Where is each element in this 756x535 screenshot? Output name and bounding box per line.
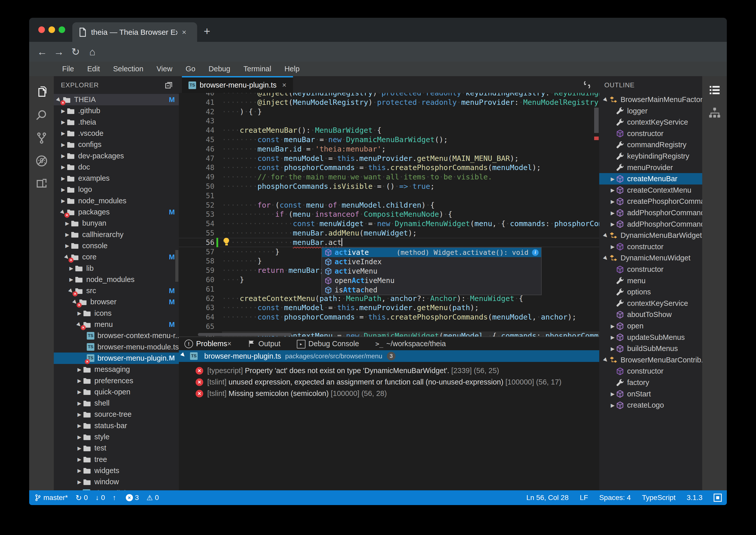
tree-item[interactable]: ▶callhierarchy bbox=[54, 229, 179, 240]
tree-item[interactable]: ▶style bbox=[54, 431, 179, 443]
outline-item[interactable]: ▶createPhosphorComma... bbox=[599, 196, 702, 207]
outline-item[interactable]: ▶updateSubMenus bbox=[599, 332, 702, 343]
chevron-collapsed-icon[interactable]: ▶ bbox=[60, 175, 67, 182]
code-editor[interactable]: activate(method) Widget.activate(): void… bbox=[179, 93, 599, 337]
tree-item[interactable]: ▶✕srcM bbox=[54, 285, 179, 296]
problem-row[interactable]: ✕[tslint] unused expression, expected an… bbox=[196, 377, 599, 388]
outline-item[interactable]: contextKeyService bbox=[599, 117, 702, 128]
statusbar-error[interactable]: ✕3 bbox=[126, 493, 139, 502]
chevron-collapsed-icon[interactable]: ▶ bbox=[76, 389, 83, 395]
chevron-collapsed-icon[interactable]: ▶ bbox=[68, 265, 75, 271]
chevron-collapsed-icon[interactable]: ▶ bbox=[76, 310, 83, 316]
autocomplete-item[interactable]: activeIndex bbox=[322, 257, 541, 267]
chevron-collapsed-icon[interactable]: ▶ bbox=[609, 323, 616, 329]
tree-item[interactable]: ▶preferences bbox=[54, 375, 179, 386]
problems-file-row[interactable]: ▶ TS browser-menu-plugin.ts packages/cor… bbox=[179, 350, 599, 362]
tree-item[interactable]: ▶✕packagesM bbox=[54, 206, 179, 218]
chevron-collapsed-icon[interactable]: ▶ bbox=[76, 434, 83, 440]
reload-icon[interactable]: ↻ bbox=[67, 46, 84, 58]
autocomplete-item[interactable]: activeMenu bbox=[322, 267, 541, 276]
tree-item[interactable]: ▶✕menuM bbox=[54, 319, 179, 330]
autocomplete-item[interactable]: isAttached bbox=[322, 285, 541, 295]
zoom-window-button[interactable] bbox=[59, 26, 65, 33]
eol-indicator[interactable]: LF bbox=[580, 493, 588, 502]
tree-item[interactable]: ▶quick-open bbox=[54, 386, 179, 398]
chevron-collapsed-icon[interactable]: ▶ bbox=[609, 334, 616, 340]
panel-tab-debug-console[interactable]: ▸Debug Console bbox=[297, 339, 359, 349]
outline-item[interactable]: ▶createLogo bbox=[599, 400, 702, 411]
outline-item[interactable]: ▶DynamicMenuBarWidget bbox=[599, 230, 702, 241]
language-indicator[interactable]: TypeScript bbox=[642, 493, 675, 502]
tree-item[interactable]: ▶widgets bbox=[54, 465, 179, 476]
chevron-collapsed-icon[interactable]: ▶ bbox=[609, 244, 616, 250]
chevron-collapsed-icon[interactable]: ▶ bbox=[76, 467, 83, 474]
indentation-indicator[interactable]: Spaces: 4 bbox=[599, 493, 631, 502]
toggle-split-icon[interactable] bbox=[582, 80, 592, 90]
chevron-expanded-icon[interactable]: ▶ bbox=[180, 351, 190, 361]
tree-item[interactable]: ▶shell bbox=[54, 397, 179, 409]
chevron-collapsed-icon[interactable]: ▶ bbox=[60, 119, 67, 125]
close-panel-icon[interactable]: × bbox=[227, 340, 231, 348]
tree-item[interactable]: ▶dev-packages bbox=[54, 150, 179, 162]
outline-item[interactable]: ▶BrowserMainMenuFactory bbox=[599, 94, 702, 105]
outline-item[interactable]: ▶createMenuBar bbox=[599, 173, 702, 184]
outline-item[interactable]: aboutToShow bbox=[599, 309, 702, 320]
chevron-collapsed-icon[interactable]: ▶ bbox=[64, 243, 70, 249]
tree-item[interactable]: ▶test bbox=[54, 442, 179, 454]
close-editor-icon[interactable]: × bbox=[282, 81, 286, 89]
close-window-button[interactable] bbox=[38, 26, 45, 33]
outline-item[interactable]: ▶onStart bbox=[599, 388, 702, 400]
chevron-collapsed-icon[interactable]: ▶ bbox=[76, 411, 83, 417]
outline-item[interactable]: menu bbox=[599, 275, 702, 287]
chevron-collapsed-icon[interactable]: ▶ bbox=[76, 400, 83, 406]
ts-version[interactable]: 3.1.3 bbox=[687, 493, 702, 502]
close-tab-icon[interactable]: × bbox=[182, 28, 186, 37]
statusbar-git-branch[interactable]: master* bbox=[34, 493, 68, 502]
outline-item[interactable]: ▶constructor bbox=[599, 241, 702, 253]
tree-item[interactable]: ▶✕coreM bbox=[54, 251, 179, 263]
tree-item[interactable]: ▶✕THEIAM bbox=[54, 94, 179, 105]
tree-item[interactable]: ▶configs bbox=[54, 139, 179, 150]
back-icon[interactable]: ← bbox=[34, 46, 50, 58]
chevron-collapsed-icon[interactable]: ▶ bbox=[60, 164, 67, 170]
files-icon[interactable] bbox=[35, 86, 48, 99]
chevron-collapsed-icon[interactable]: ▶ bbox=[76, 378, 83, 384]
outline-item[interactable]: constructor bbox=[599, 264, 702, 275]
outline-item[interactable]: options bbox=[599, 286, 702, 298]
tree-item[interactable]: TS✕browser-menu-plugin.tsM bbox=[54, 352, 179, 364]
menu-item-go[interactable]: Go bbox=[185, 65, 195, 73]
tree-item[interactable]: ▶console bbox=[54, 240, 179, 251]
tree-item[interactable]: TSbrowser-menu-module.ts bbox=[54, 341, 179, 353]
statusbar-sync[interactable]: ↻0 bbox=[75, 493, 88, 502]
chevron-collapsed-icon[interactable]: ▶ bbox=[64, 232, 70, 238]
search-icon[interactable] bbox=[35, 109, 48, 122]
tree-item[interactable]: ▶.vscode bbox=[54, 128, 179, 139]
autocomplete-popup[interactable]: activate(method) Widget.activate(): void… bbox=[321, 247, 542, 295]
tree-item[interactable]: TSabout-dialog.ts bbox=[54, 488, 179, 491]
chevron-collapsed-icon[interactable]: ▶ bbox=[76, 423, 83, 429]
home-icon[interactable]: ⌂ bbox=[84, 46, 101, 58]
outline-item[interactable]: ▶createContextMenu bbox=[599, 184, 702, 196]
panel-tab-problems[interactable]: !Problems × bbox=[184, 339, 231, 349]
outline-list-icon[interactable] bbox=[708, 84, 721, 97]
chevron-collapsed-icon[interactable]: ▶ bbox=[609, 221, 616, 227]
outline-item[interactable]: keybindingRegistry bbox=[599, 151, 702, 162]
outline-item[interactable]: ▶DynamicMenuWidget bbox=[599, 252, 702, 264]
chevron-collapsed-icon[interactable]: ▶ bbox=[64, 220, 70, 226]
tree-item[interactable]: ▶.github bbox=[54, 105, 179, 117]
outline-item[interactable]: constructor bbox=[599, 128, 702, 139]
editor-scrollbar[interactable] bbox=[594, 93, 599, 337]
tree-item[interactable]: ▶window bbox=[54, 476, 179, 488]
statusbar-arrow-up[interactable]: ↑ bbox=[113, 493, 118, 502]
minimize-window-button[interactable] bbox=[48, 26, 55, 33]
chevron-collapsed-icon[interactable]: ▶ bbox=[76, 456, 83, 463]
tree-item[interactable]: ▶tree bbox=[54, 454, 179, 465]
outline-item[interactable]: ▶addPhosphorCommands bbox=[599, 207, 702, 218]
menu-item-selection[interactable]: Selection bbox=[113, 65, 143, 73]
outline-item[interactable]: ▶BrowserMenuBarContrib... bbox=[599, 354, 702, 366]
statusbar-arrow-down[interactable]: ↓0 bbox=[95, 493, 105, 502]
forward-icon[interactable]: → bbox=[50, 46, 67, 58]
new-tab-button[interactable]: + bbox=[204, 25, 210, 38]
chevron-collapsed-icon[interactable]: ▶ bbox=[60, 153, 67, 159]
cursor-position[interactable]: Ln 56, Col 28 bbox=[526, 493, 569, 502]
